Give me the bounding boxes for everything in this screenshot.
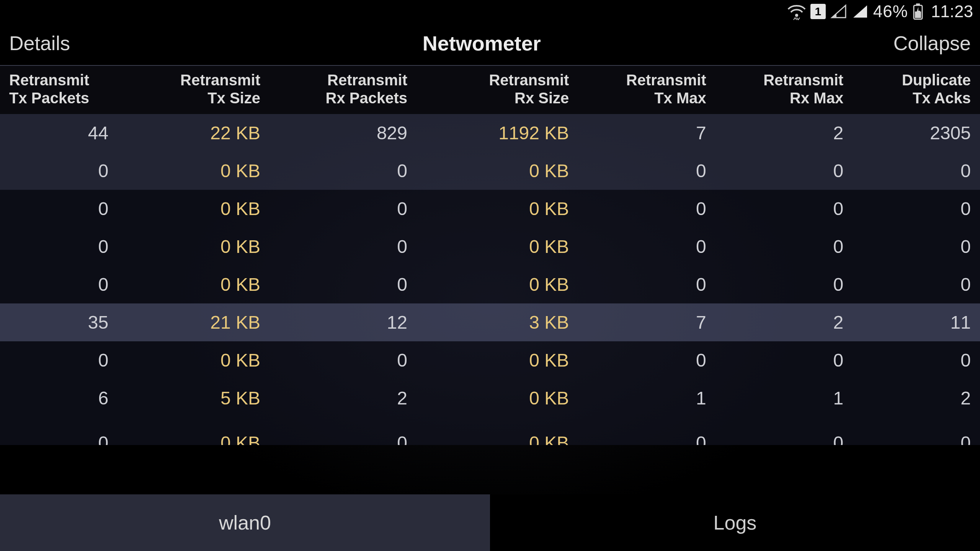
col-header: RetransmitRx Size — [416, 66, 578, 114]
table-cell: 0 — [270, 417, 416, 445]
table-row[interactable]: 00 KB00 KB000 — [0, 266, 980, 303]
table-cell: 0 KB — [416, 152, 578, 190]
col-header: RetransmitRx Packets — [270, 66, 416, 114]
tab-logs[interactable]: Logs — [490, 494, 980, 551]
table-cell: 0 — [578, 190, 715, 228]
col-header: RetransmitRx Max — [715, 66, 853, 114]
table-cell: 0 — [715, 417, 853, 445]
collapse-button[interactable]: Collapse — [893, 32, 971, 55]
wifi-arrows-icon — [787, 4, 806, 19]
table-row[interactable]: 00 KB00 KB000 — [0, 417, 980, 445]
table-cell: 0 — [853, 341, 980, 379]
table-cell: 0 — [715, 190, 853, 228]
col-header: DuplicateTx Acks — [853, 66, 980, 114]
table-cell: 0 — [853, 417, 980, 445]
table-cell: 0 KB — [416, 341, 578, 379]
table-cell: 0 KB — [118, 417, 270, 445]
table-row[interactable]: 65 KB20 KB112 — [0, 379, 980, 417]
table-cell: 0 — [270, 152, 416, 190]
table-cell: 1192 KB — [416, 114, 578, 152]
table-cell: 7 — [578, 303, 715, 341]
table-cell: 6 — [0, 379, 118, 417]
table-cell: 2 — [270, 379, 416, 417]
battery-percent: 46% — [873, 2, 908, 21]
table-body: 4422 KB8291192 KB72230500 KB00 KB00000 K… — [0, 114, 980, 445]
table-cell: 0 KB — [416, 379, 578, 417]
stats-table: RetransmitTx PacketsRetransmitTx SizeRet… — [0, 66, 980, 445]
svg-rect-2 — [916, 3, 920, 6]
bottom-tabs: wlan0 Logs — [0, 494, 980, 551]
table-row[interactable]: 00 KB00 KB000 — [0, 341, 980, 379]
table-cell: 0 KB — [118, 341, 270, 379]
table-row[interactable]: 3521 KB123 KB7211 — [0, 303, 980, 341]
svg-point-0 — [795, 14, 798, 17]
status-bar: 1 46% 11:23 — [0, 0, 980, 23]
table-cell: 0 — [715, 266, 853, 303]
table-cell: 0 — [578, 266, 715, 303]
table-header-row: RetransmitTx PacketsRetransmitTx SizeRet… — [0, 66, 980, 114]
table-cell: 2305 — [853, 114, 980, 152]
table-cell: 0 — [715, 341, 853, 379]
table-cell: 0 — [270, 228, 416, 266]
signal-full-icon — [852, 4, 869, 19]
table-cell: 0 KB — [416, 266, 578, 303]
table-cell: 0 — [578, 228, 715, 266]
signal-empty-icon — [830, 4, 847, 19]
table-cell: 0 — [270, 341, 416, 379]
table-cell: 0 KB — [118, 228, 270, 266]
header: Details Netwometer Collapse — [0, 23, 980, 65]
col-header: RetransmitTx Packets — [0, 66, 118, 114]
tab-wlan0[interactable]: wlan0 — [0, 494, 490, 551]
table-cell: 12 — [270, 303, 416, 341]
table-cell: 2 — [715, 114, 853, 152]
table-cell: 1 — [578, 379, 715, 417]
details-button[interactable]: Details — [9, 32, 70, 55]
sim-1-badge: 1 — [810, 4, 826, 19]
table-cell: 0 KB — [416, 417, 578, 445]
table-cell: 5 KB — [118, 379, 270, 417]
table-cell: 0 — [715, 152, 853, 190]
table-cell: 2 — [853, 379, 980, 417]
app-title: Netwometer — [423, 31, 541, 55]
table-row[interactable]: 4422 KB8291192 KB722305 — [0, 114, 980, 152]
table-cell: 21 KB — [118, 303, 270, 341]
table-cell: 0 — [0, 190, 118, 228]
table-cell: 1 — [715, 379, 853, 417]
table-cell: 0 KB — [416, 190, 578, 228]
table-cell: 0 — [578, 341, 715, 379]
table-row[interactable]: 00 KB00 KB000 — [0, 190, 980, 228]
table-cell: 0 KB — [118, 190, 270, 228]
table-cell: 0 — [853, 190, 980, 228]
battery-charging-icon — [913, 3, 923, 20]
table-cell: 0 — [578, 152, 715, 190]
table-cell: 0 — [0, 266, 118, 303]
table-cell: 0 KB — [416, 228, 578, 266]
table-cell: 0 KB — [118, 152, 270, 190]
table-cell: 0 — [0, 228, 118, 266]
table-cell: 0 — [270, 190, 416, 228]
table-cell: 22 KB — [118, 114, 270, 152]
clock: 11:23 — [931, 2, 973, 21]
table-cell: 0 — [0, 152, 118, 190]
table-cell: 0 — [0, 417, 118, 445]
table-cell: 44 — [0, 114, 118, 152]
table-cell: 0 — [715, 228, 853, 266]
table-cell: 0 — [853, 266, 980, 303]
table-cell: 35 — [0, 303, 118, 341]
table-cell: 7 — [578, 114, 715, 152]
table-cell: 0 — [853, 228, 980, 266]
stats-table-wrap[interactable]: RetransmitTx PacketsRetransmitTx SizeRet… — [0, 66, 980, 551]
col-header: RetransmitTx Size — [118, 66, 270, 114]
col-header: RetransmitTx Max — [578, 66, 715, 114]
table-cell: 2 — [715, 303, 853, 341]
table-cell: 3 KB — [416, 303, 578, 341]
table-cell: 0 — [578, 417, 715, 445]
table-row[interactable]: 00 KB00 KB000 — [0, 228, 980, 266]
table-cell: 0 — [270, 266, 416, 303]
table-cell: 0 — [0, 341, 118, 379]
table-cell: 0 KB — [118, 266, 270, 303]
table-cell: 0 — [853, 152, 980, 190]
table-cell: 11 — [853, 303, 980, 341]
table-cell: 829 — [270, 114, 416, 152]
table-row[interactable]: 00 KB00 KB000 — [0, 152, 980, 190]
